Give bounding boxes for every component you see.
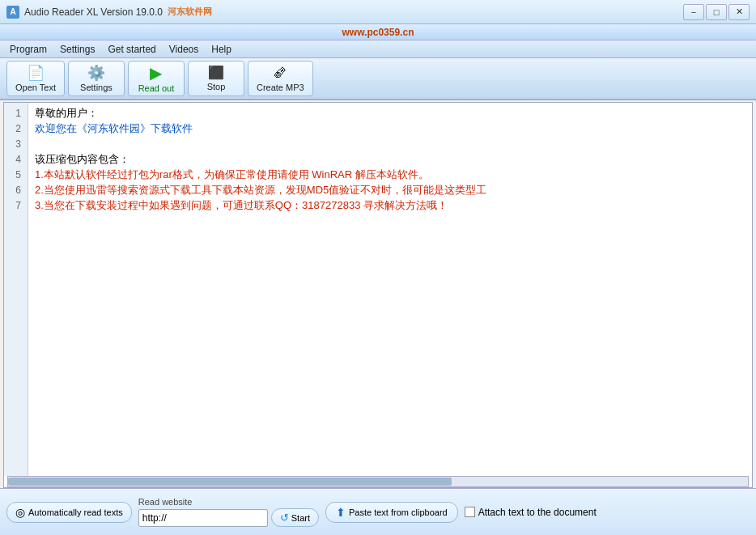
stop-button[interactable]: ⬛ Stop — [188, 61, 244, 96]
app-title: Audio Reader XL Version 19.0.0 — [24, 6, 163, 18]
menu-help[interactable]: Help — [205, 42, 238, 57]
paste-icon: ⬆ — [336, 506, 346, 519]
attach-checkbox[interactable] — [465, 507, 475, 517]
menu-bar: Program Settings Get started Videos Help — [0, 40, 756, 58]
text-line-1: 尊敬的用户： — [35, 106, 745, 121]
maximize-button[interactable]: □ — [706, 4, 727, 20]
stop-label: Stop — [207, 82, 226, 91]
text-line-3 — [35, 137, 745, 152]
text-line-7: 3.当您在下载安装过程中如果遇到问题，可通过联系QQ：3187272833 寻求… — [35, 198, 745, 214]
line-num-3: 3 — [4, 137, 24, 152]
stop-icon: ⬛ — [208, 66, 224, 79]
line-num-2: 2 — [4, 121, 24, 137]
line-numbers: 1 2 3 4 5 6 7 — [4, 103, 28, 476]
minimize-button[interactable]: − — [683, 4, 704, 20]
start-icon: ↺ — [280, 512, 289, 524]
toolbar: 📄 Open Text ⚙️ Settings ▶ Read out ⬛ Sto… — [0, 58, 756, 100]
text-line-4-content: 该压缩包内容包含： — [35, 151, 130, 168]
open-text-label: Open Text — [15, 83, 56, 92]
watermark-title: 河东软件网 — [168, 6, 212, 18]
attach-label: Attach text to the document — [478, 507, 597, 518]
text-line-6-content: 2.当您使用迅雷等搜索资源式下载工具下载本站资源，发现MD5值验证不对时，很可能… — [35, 182, 486, 199]
title-bar: A Audio Reader XL Version 19.0.0 河东软件网 −… — [0, 0, 756, 24]
auto-read-icon: ◎ — [15, 506, 25, 519]
close-button[interactable]: ✕ — [728, 4, 750, 20]
line-num-5: 5 — [4, 168, 24, 183]
text-line-2: 欢迎您在《河东软件园》下载软件 — [35, 121, 745, 137]
create-mp3-button[interactable]: 🗞 Create MP3 — [248, 61, 313, 96]
text-line-6: 2.当您使用迅雷等搜索资源式下载工具下载本站资源，发现MD5值验证不对时，很可能… — [35, 183, 745, 198]
settings-button[interactable]: ⚙️ Settings — [68, 61, 125, 96]
text-line-2-content: 欢迎您在《河东软件园》下载软件 — [35, 121, 193, 138]
auto-read-button[interactable]: ◎ Automatically read texts — [6, 502, 132, 523]
text-area-wrapper: 1 2 3 4 5 6 7 尊敬的用户： 欢迎您在《河东软件园》下载软件 — [3, 102, 753, 488]
attach-section: Attach text to the document — [465, 507, 597, 518]
menu-settings[interactable]: Settings — [53, 42, 101, 57]
text-line-1-content: 尊敬的用户： — [35, 105, 98, 122]
title-bar-left: A Audio Reader XL Version 19.0.0 河东软件网 — [6, 6, 212, 19]
start-button[interactable]: ↺ Start — [271, 508, 319, 527]
settings-label: Settings — [80, 83, 113, 92]
line-num-6: 6 — [4, 183, 24, 198]
paste-label: Paste text from clipboard — [349, 507, 448, 517]
window-controls: − □ ✕ — [683, 4, 750, 20]
text-line-5-content: 1.本站默认软件经过打包为rar格式，为确保正常使用请使用 WinRAR 解压本… — [35, 167, 429, 184]
watermark-banner: www.pc0359.cn — [0, 24, 756, 40]
line-num-4: 4 — [4, 152, 24, 168]
text-body: 1 2 3 4 5 6 7 尊敬的用户： 欢迎您在《河东软件园》下载软件 — [4, 103, 752, 476]
watermark-url: www.pc0359.cn — [342, 27, 414, 38]
menu-program[interactable]: Program — [3, 42, 53, 57]
line-num-1: 1 — [4, 106, 24, 121]
horizontal-scrollbar[interactable] — [7, 476, 749, 487]
line-num-7: 7 — [4, 198, 24, 214]
menu-videos[interactable]: Videos — [163, 42, 205, 57]
auto-read-label: Automatically read texts — [28, 507, 123, 517]
content-wrapper: 1 2 3 4 5 6 7 尊敬的用户： 欢迎您在《河东软件园》下载软件 — [0, 100, 756, 535]
website-label: Read website — [138, 497, 319, 507]
text-content[interactable]: 尊敬的用户： 欢迎您在《河东软件园》下载软件 该压缩包内容包含： 1.本站默认软… — [28, 103, 752, 476]
website-input[interactable] — [138, 509, 268, 527]
website-row: ↺ Start — [138, 508, 319, 527]
menu-get-started[interactable]: Get started — [101, 42, 162, 57]
bottom-bar: ◎ Automatically read texts Read website … — [0, 488, 756, 535]
settings-icon: ⚙️ — [87, 66, 105, 80]
website-section: Read website ↺ Start — [138, 497, 319, 527]
text-line-4: 该压缩包内容包含： — [35, 152, 745, 168]
app-icon: A — [6, 6, 19, 19]
create-mp3-icon: 🗞 — [273, 66, 287, 80]
scrollbar-thumb[interactable] — [8, 478, 452, 486]
text-line-7-content: 3.当您在下载安装过程中如果遇到问题，可通过联系QQ：3187272833 寻求… — [35, 197, 448, 214]
read-out-button[interactable]: ▶ Read out — [128, 61, 185, 96]
create-mp3-label: Create MP3 — [257, 83, 304, 92]
read-out-icon: ▶ — [150, 65, 162, 81]
read-out-label: Read out — [138, 83, 175, 93]
paste-button[interactable]: ⬆ Paste text from clipboard — [325, 502, 458, 523]
open-text-icon: 📄 — [27, 66, 45, 80]
open-text-button[interactable]: 📄 Open Text — [6, 61, 65, 96]
text-line-5: 1.本站默认软件经过打包为rar格式，为确保正常使用请使用 WinRAR 解压本… — [35, 168, 745, 183]
start-label: Start — [291, 513, 310, 523]
